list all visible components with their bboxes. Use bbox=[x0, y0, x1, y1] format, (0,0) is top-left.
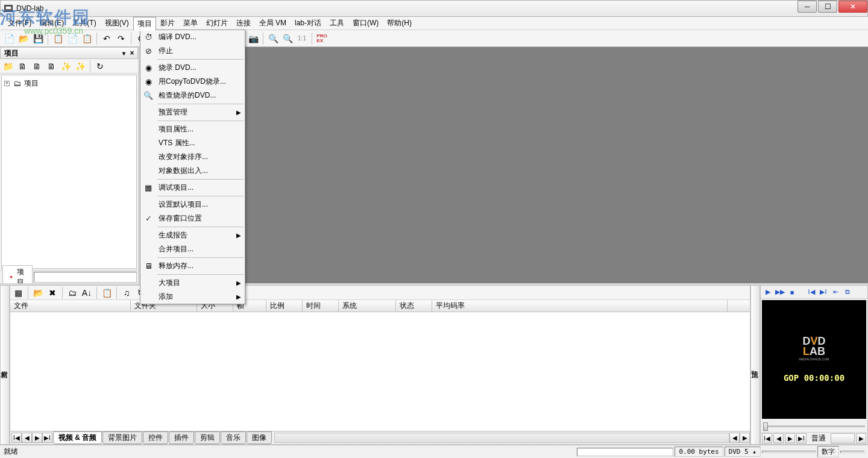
menu-item[interactable]: 大项目▶ bbox=[140, 276, 245, 290]
menu-5[interactable]: 影片 bbox=[156, 16, 179, 30]
asset-tab[interactable]: 插件 bbox=[169, 431, 194, 444]
toolbar-button[interactable]: 💾 bbox=[31, 32, 45, 45]
toolbar-button[interactable]: 📋 bbox=[100, 286, 113, 300]
tab-nav[interactable]: I◀ bbox=[11, 433, 22, 443]
toolbar-button[interactable]: ✨ bbox=[59, 60, 72, 73]
toolbar-button[interactable]: 📂 bbox=[17, 32, 30, 45]
menu-10[interactable]: lab-对话 bbox=[291, 16, 326, 30]
menu-13[interactable]: 帮助(H) bbox=[383, 16, 416, 30]
toolbar-button[interactable]: 📋 bbox=[51, 32, 64, 45]
menu-item[interactable]: ⊘停止 bbox=[140, 44, 245, 58]
menu-1[interactable]: 编辑(E) bbox=[36, 16, 68, 30]
menu-item[interactable]: 设置默认项目... bbox=[140, 198, 245, 212]
column-header[interactable]: 状态 bbox=[396, 300, 432, 312]
column-header[interactable]: 时间 bbox=[303, 300, 339, 312]
column-header[interactable]: 平均码率 bbox=[432, 300, 728, 312]
toolbar-button[interactable]: 📷 bbox=[247, 32, 260, 45]
toolbar-button[interactable]: ♫ bbox=[120, 286, 133, 300]
menu-item[interactable]: ✓保存窗口位置 bbox=[140, 212, 245, 225]
toolbar-button[interactable]: 📄 bbox=[66, 32, 79, 45]
nav-scroll[interactable] bbox=[831, 433, 855, 444]
menu-item[interactable]: ⏱编译 DVD... bbox=[140, 30, 245, 44]
nav-first[interactable]: I◀ bbox=[762, 433, 772, 444]
toolbar-button[interactable]: ↶ bbox=[100, 32, 113, 45]
scroll-btn[interactable]: ◀ bbox=[729, 433, 740, 443]
tab-nav[interactable]: ◀ bbox=[22, 433, 32, 443]
panel-close-icon[interactable]: × bbox=[128, 49, 136, 57]
nav-end[interactable]: ▶ bbox=[856, 433, 866, 444]
asset-tab[interactable]: 图像 bbox=[247, 431, 272, 444]
project-tree[interactable]: + 🗂 项目 bbox=[1, 75, 137, 269]
toolbar-button[interactable]: ✖ bbox=[46, 286, 59, 300]
next-button[interactable]: ▶I bbox=[819, 287, 828, 297]
menu-12[interactable]: 窗口(W) bbox=[348, 16, 383, 30]
status-disc[interactable]: DVD 5 ▴ bbox=[725, 447, 761, 457]
menu-0[interactable]: 文件(F) bbox=[4, 16, 36, 30]
dropdown-icon[interactable]: ▾ bbox=[122, 50, 125, 57]
maximize-button[interactable]: ☐ bbox=[818, 1, 837, 13]
menu-item[interactable]: ▦调试项目... bbox=[140, 181, 245, 195]
asset-tab[interactable]: 背景图片 bbox=[102, 431, 142, 444]
menu-item[interactable]: 🖥释放内存... bbox=[140, 259, 245, 273]
menu-11[interactable]: 工具 bbox=[326, 16, 348, 30]
assets-table[interactable]: 文件文件夹大小帧比例时间系统状态平均码率 bbox=[10, 300, 750, 431]
menu-item[interactable]: 生成报告▶ bbox=[140, 228, 245, 242]
project-tab-input[interactable] bbox=[34, 272, 137, 283]
toolbar-button[interactable]: A↓ bbox=[80, 286, 93, 300]
menu-4[interactable]: 项目 bbox=[133, 17, 156, 31]
toolbar-button[interactable]: PROEX bbox=[315, 32, 329, 45]
tab-nav[interactable]: ▶ bbox=[32, 433, 42, 443]
stop-button[interactable]: ■ bbox=[787, 287, 797, 297]
menu-7[interactable]: 幻灯片 bbox=[202, 16, 232, 30]
toolbar-button[interactable]: ↻ bbox=[93, 60, 107, 73]
menu-item[interactable]: ◉烧录 DVD... bbox=[140, 61, 245, 75]
menu-item[interactable]: 合并项目... bbox=[140, 242, 245, 256]
prev-button[interactable]: I◀ bbox=[807, 287, 816, 297]
toolbar-button[interactable]: 🗎 bbox=[16, 60, 29, 73]
menu-item[interactable]: ◉用CopyToDVD烧录... bbox=[140, 75, 245, 89]
menu-item[interactable]: 添加▶ bbox=[140, 290, 245, 304]
menu-3[interactable]: 视图(V) bbox=[101, 16, 133, 30]
toolbar-button[interactable]: 1:1 bbox=[295, 32, 309, 45]
menu-2[interactable]: 工具(T) bbox=[68, 16, 100, 30]
slider-thumb[interactable] bbox=[763, 422, 768, 431]
expand-icon[interactable]: + bbox=[4, 81, 10, 86]
toolbar-button[interactable]: ↷ bbox=[115, 32, 128, 45]
menu-item[interactable]: 改变对象排序... bbox=[140, 150, 245, 164]
play-button[interactable]: ▶ bbox=[763, 287, 773, 297]
minimize-button[interactable]: ─ bbox=[797, 1, 817, 13]
toolbar-button[interactable]: 🗎 bbox=[45, 60, 58, 73]
forward-button[interactable]: ▶▶ bbox=[775, 287, 785, 297]
asset-tab[interactable]: 控件 bbox=[143, 431, 168, 444]
tree-root-node[interactable]: + 🗂 项目 bbox=[4, 78, 134, 89]
asset-tab[interactable]: 视频 & 音频 bbox=[53, 431, 102, 444]
nav-prev[interactable]: ◀ bbox=[773, 433, 784, 444]
toolbar-button[interactable]: 📄 bbox=[2, 32, 16, 45]
mark-out-button[interactable]: ⧉ bbox=[843, 287, 852, 297]
toolbar-button[interactable]: 🗂 bbox=[66, 286, 79, 300]
scroll-btn[interactable]: ▶ bbox=[740, 433, 750, 443]
column-header[interactable]: 系统 bbox=[339, 300, 396, 312]
menu-item[interactable]: 项目属性... bbox=[140, 122, 245, 136]
toolbar-button[interactable]: ✨ bbox=[74, 60, 87, 73]
asset-tab[interactable]: 音乐 bbox=[221, 431, 246, 444]
tab-nav[interactable]: ▶I bbox=[42, 433, 52, 443]
preview-slider[interactable] bbox=[761, 420, 867, 432]
toolbar-button[interactable]: 📋 bbox=[80, 32, 93, 45]
menu-item[interactable]: 对象数据出入... bbox=[140, 164, 245, 178]
toolbar-button[interactable]: ▦ bbox=[11, 286, 25, 300]
toolbar-button[interactable]: 🔍 bbox=[281, 32, 294, 45]
toolbar-button[interactable]: 📂 bbox=[31, 286, 45, 300]
nav-last[interactable]: ▶I bbox=[796, 433, 807, 444]
menu-8[interactable]: 连接 bbox=[232, 16, 255, 30]
toolbar-button[interactable]: 📁 bbox=[1, 60, 14, 73]
mark-in-button[interactable]: ⇤ bbox=[831, 287, 840, 297]
menu-9[interactable]: 全局 VM bbox=[255, 16, 291, 30]
menu-6[interactable]: 菜单 bbox=[179, 16, 202, 30]
nav-next[interactable]: ▶ bbox=[785, 433, 795, 444]
toolbar-button[interactable]: 🔍 bbox=[266, 32, 280, 45]
toolbar-button[interactable]: 🗎 bbox=[30, 60, 43, 73]
column-header[interactable]: 比例 bbox=[266, 300, 303, 312]
asset-tab[interactable]: 剪辑 bbox=[195, 431, 220, 444]
menu-item[interactable]: 🔍检查烧录的DVD... bbox=[140, 89, 245, 102]
